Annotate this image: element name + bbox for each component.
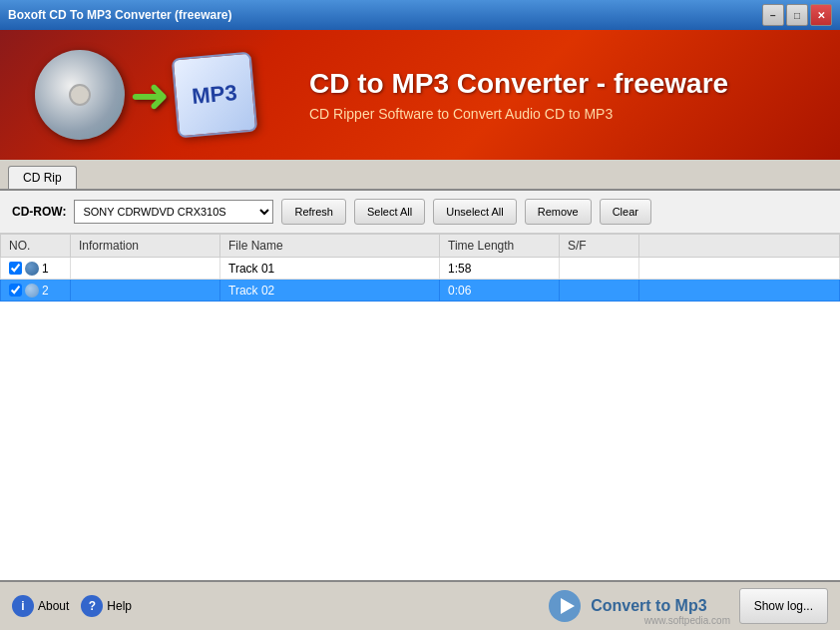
title-bar: Boxoft CD To MP3 Converter (freeware) − …: [0, 0, 840, 30]
maximize-button[interactable]: □: [786, 4, 808, 26]
window-title: Boxoft CD To MP3 Converter (freeware): [8, 8, 231, 22]
status-bar: i About ? Help Convert to Mp3 www.softpe…: [0, 580, 840, 630]
col-no: NO.: [1, 235, 71, 258]
track-list-area: NO. Information File Name Time Length S/…: [0, 234, 840, 630]
convert-icon: [547, 588, 583, 624]
col-sf: S/F: [560, 235, 639, 258]
select-all-button[interactable]: Select All: [354, 199, 425, 225]
main-content: CD Rip CD-ROW: SONY CDRWDVD CRX310S Refr…: [0, 160, 840, 630]
row2-no-label: 2: [42, 284, 49, 298]
banner-title: CD to MP3 Converter - freeware: [309, 68, 840, 100]
tab-cd-rip[interactable]: CD Rip: [8, 166, 77, 189]
clear-button[interactable]: Clear: [600, 199, 651, 225]
cd-drive-select[interactable]: SONY CDRWDVD CRX310S: [74, 200, 273, 224]
track-icon: [25, 262, 39, 276]
row1-sf: [560, 258, 639, 280]
banner-subtitle: CD Ripper Software to Convert Audio CD t…: [309, 106, 840, 122]
row1-timelength: 1:58: [440, 258, 560, 280]
show-log-button[interactable]: Show log...: [739, 588, 828, 624]
window-controls: − □ ✕: [762, 4, 832, 26]
row1-extra: [639, 258, 840, 280]
refresh-button[interactable]: Refresh: [281, 199, 346, 225]
row2-no: 2: [1, 280, 71, 302]
unselect-all-button[interactable]: Unselect All: [433, 199, 516, 225]
row2-timelength: 0:06: [440, 280, 560, 302]
track-icon: [25, 284, 39, 298]
help-label: Help: [107, 599, 132, 613]
row2-checkbox[interactable]: [9, 284, 22, 297]
toolbar: CD-ROW: SONY CDRWDVD CRX310S Refresh Sel…: [0, 191, 840, 234]
convert-label: Convert to Mp3: [591, 597, 706, 615]
row2-info: [71, 280, 220, 302]
col-extra: [639, 235, 840, 258]
col-filename: File Name: [220, 235, 440, 258]
track-table: NO. Information File Name Time Length S/…: [0, 234, 840, 302]
cd-disc-icon: [35, 50, 125, 140]
row1-info: [71, 258, 220, 280]
row1-checkbox[interactable]: [9, 262, 22, 275]
col-info: Information: [71, 235, 220, 258]
about-button[interactable]: i About: [12, 595, 69, 617]
cd-row-label: CD-ROW:: [12, 205, 66, 219]
remove-button[interactable]: Remove: [525, 199, 592, 225]
header-banner: ➜ MP3 CD to MP3 Converter - freeware CD …: [0, 30, 840, 160]
row1-no: 1: [1, 258, 71, 280]
col-timelength: Time Length: [440, 235, 560, 258]
row1-filename: Track 01: [220, 258, 440, 280]
tab-bar: CD Rip: [0, 160, 840, 191]
arrow-icon: ➜: [130, 67, 170, 123]
row2-sf: [560, 280, 639, 302]
info-icon: i: [12, 595, 34, 617]
close-button[interactable]: ✕: [810, 4, 832, 26]
help-icon: ?: [81, 595, 103, 617]
minimize-button[interactable]: −: [762, 4, 784, 26]
banner-text: CD to MP3 Converter - freeware CD Ripper…: [289, 68, 840, 122]
row2-extra: [639, 280, 840, 302]
mp3-box-icon: MP3: [172, 52, 258, 139]
row2-filename: Track 02: [220, 280, 440, 302]
table-header-row: NO. Information File Name Time Length S/…: [1, 235, 840, 258]
banner-logo: ➜ MP3: [0, 30, 289, 160]
row1-no-label: 1: [42, 262, 49, 276]
help-button[interactable]: ? Help: [81, 595, 132, 617]
table-row[interactable]: 1 Track 01 1:58: [1, 258, 840, 280]
about-label: About: [38, 599, 69, 613]
table-row[interactable]: 2 Track 02 0:06: [1, 280, 840, 302]
watermark: www.softpedia.com: [644, 615, 730, 626]
